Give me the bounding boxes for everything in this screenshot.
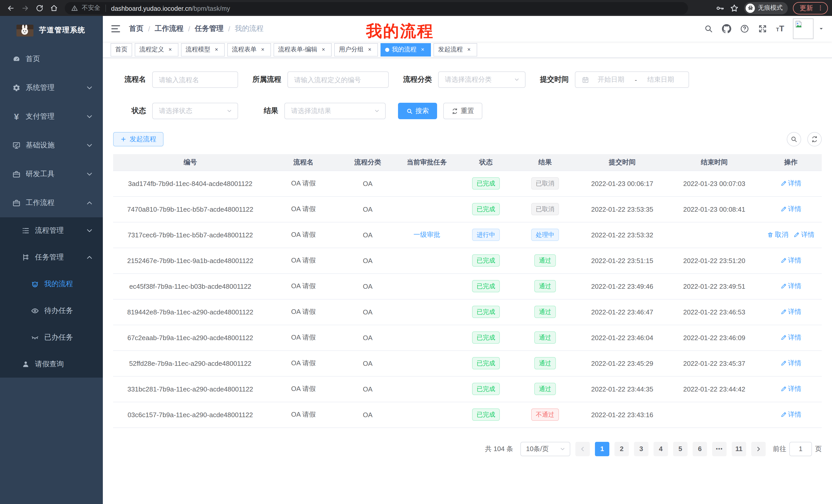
font-size-icon[interactable]: TT [776, 24, 784, 33]
page-number-6[interactable]: 6 [693, 442, 707, 456]
chevron-down-icon [374, 108, 380, 114]
page-number-11[interactable]: 11 [732, 442, 746, 456]
broken-image-icon [795, 20, 803, 28]
row-action-detail[interactable]: 详情 [780, 204, 801, 214]
search-button[interactable]: 搜索 [398, 103, 437, 119]
edit-icon [780, 257, 786, 263]
incognito-badge: 无痕模式 [744, 2, 788, 14]
breadcrumb-item[interactable]: 任务管理 [195, 24, 224, 33]
start-process-button[interactable]: 发起流程 [113, 132, 163, 146]
breadcrumb-item[interactable]: 首页 [129, 24, 144, 33]
eye-icon [31, 307, 39, 315]
tab-user-group[interactable]: 用户分组× [334, 43, 378, 56]
close-tab-icon[interactable]: × [166, 46, 174, 53]
sidebar-item-dev-tools[interactable]: 研发工具 [0, 160, 103, 189]
security-label[interactable]: 不安全 [82, 4, 100, 12]
sidebar-item-payment[interactable]: ¥支付管理 [0, 102, 103, 131]
tab-my-process[interactable]: 我的流程× [381, 43, 431, 56]
process-name-label: 流程名 [113, 75, 146, 84]
page-number-3[interactable]: 3 [634, 442, 648, 456]
forward-arrow-icon [21, 4, 29, 12]
cell-end-time: 2022-01-22 23:45:37 [669, 351, 760, 376]
status-select[interactable]: 请选择状态 [152, 103, 238, 119]
page-size-select[interactable]: 10条/页 [520, 442, 570, 456]
hamburger-icon[interactable] [110, 24, 121, 34]
category-label: 流程分类 [403, 75, 432, 84]
close-tab-icon[interactable]: × [465, 46, 473, 53]
sidebar-item-system[interactable]: 系统管理 [0, 74, 103, 102]
close-tab-icon[interactable]: × [320, 46, 327, 53]
current-task-link[interactable]: 一级审批 [413, 231, 440, 239]
prev-page-button[interactable] [575, 442, 590, 456]
result-select[interactable]: 请选择流结果 [284, 103, 386, 119]
browser-menu-dots-icon[interactable] [817, 5, 824, 11]
page-number-4[interactable]: 4 [654, 442, 668, 456]
goto-page-input[interactable] [789, 442, 812, 456]
row-action-detail[interactable]: 详情 [780, 179, 801, 188]
process-name-input[interactable] [152, 72, 238, 88]
close-tab-icon[interactable]: × [213, 46, 220, 53]
page-number-5[interactable]: 5 [673, 442, 687, 456]
row-action-detail[interactable]: 详情 [780, 384, 801, 394]
browser-back-button[interactable] [4, 1, 18, 15]
help-icon[interactable] [740, 24, 749, 33]
row-action-detail[interactable]: 详情 [780, 410, 801, 419]
table-row: 819442e8-7b9a-11ec-a290-acde48001122OA 请… [113, 299, 822, 325]
reset-button[interactable]: 重置 [443, 103, 482, 119]
tab-proc-model[interactable]: 流程模型× [181, 43, 225, 56]
browser-home-button[interactable] [47, 1, 61, 15]
sidebar-item-done-task[interactable]: 已办任务 [0, 324, 103, 351]
category-select[interactable]: 请选择流程分类 [438, 72, 525, 88]
tab-proc-form[interactable]: 流程表单× [227, 43, 271, 56]
tab-proc-def[interactable]: 流程定义× [135, 43, 178, 56]
app-title: 芋道管理系统 [39, 26, 85, 35]
page-ellipsis[interactable]: ••• [712, 442, 727, 456]
row-action-cancel[interactable]: 取消 [767, 230, 788, 240]
user-dropdown-caret-icon[interactable] [818, 26, 824, 32]
close-tab-icon[interactable]: × [366, 46, 373, 53]
address-bar[interactable]: 不安全 dashboard.yudao.iocoder.cn/bpm/task/… [65, 2, 688, 14]
sidebar-item-infrastructure[interactable]: 基础设施 [0, 131, 103, 160]
search-icon[interactable] [704, 24, 713, 33]
app-logo[interactable]: 芋道管理系统 [0, 16, 103, 45]
close-tab-icon[interactable]: × [419, 46, 426, 53]
tab-proc-form-edit[interactable]: 流程表单-编辑× [274, 43, 332, 56]
password-key-icon[interactable] [715, 3, 725, 12]
refresh-table-button[interactable] [807, 132, 822, 146]
row-action-detail[interactable]: 详情 [780, 333, 801, 342]
sidebar-item-my-process[interactable]: 我的流程 [0, 271, 103, 298]
sidebar-item-workflow[interactable]: 工作流程 [0, 189, 103, 217]
close-tab-icon[interactable]: × [259, 46, 266, 53]
show-search-button[interactable] [787, 132, 801, 146]
sidebar-item-todo-task[interactable]: 待办任务 [0, 298, 103, 324]
total-count: 共 104 条 [485, 444, 513, 453]
row-action-detail[interactable]: 详情 [780, 256, 801, 265]
submit-time-range-picker[interactable]: 开始日期 - 结束日期 [575, 72, 689, 88]
monitor-icon [12, 141, 21, 149]
cell-submit-time: 2022-01-22 23:49:46 [576, 273, 669, 299]
tab-start-process[interactable]: 发起流程× [434, 43, 477, 56]
page-number-1[interactable]: 1 [595, 442, 609, 456]
page-number-2[interactable]: 2 [615, 442, 629, 456]
tab-home[interactable]: 首页 [110, 43, 132, 56]
row-action-detail[interactable]: 详情 [780, 282, 801, 291]
next-page-button[interactable] [751, 442, 766, 456]
browser-reload-button[interactable] [33, 1, 46, 15]
column-header: 提交时间 [576, 154, 669, 171]
update-button[interactable]: 更新 [793, 2, 828, 14]
fullscreen-icon[interactable] [758, 24, 767, 33]
avatar[interactable] [793, 19, 813, 39]
sidebar-item-process-manage[interactable]: 流程管理 [0, 217, 103, 244]
sidebar-item-task-manage[interactable]: 任务管理 [0, 244, 103, 271]
owner-process-input[interactable] [287, 72, 389, 88]
refresh-icon [811, 136, 818, 143]
sidebar-item-home[interactable]: 首页 [0, 45, 103, 74]
browser-forward-button[interactable] [19, 1, 32, 15]
breadcrumb-item[interactable]: 工作流程 [155, 24, 184, 33]
row-action-detail[interactable]: 详情 [780, 359, 801, 368]
row-action-detail[interactable]: 详情 [794, 230, 814, 240]
sidebar-item-leave-query[interactable]: 请假查询 [0, 351, 103, 377]
bookmark-star-icon[interactable] [730, 3, 739, 12]
row-action-detail[interactable]: 详情 [780, 307, 801, 316]
github-icon[interactable] [722, 24, 731, 33]
